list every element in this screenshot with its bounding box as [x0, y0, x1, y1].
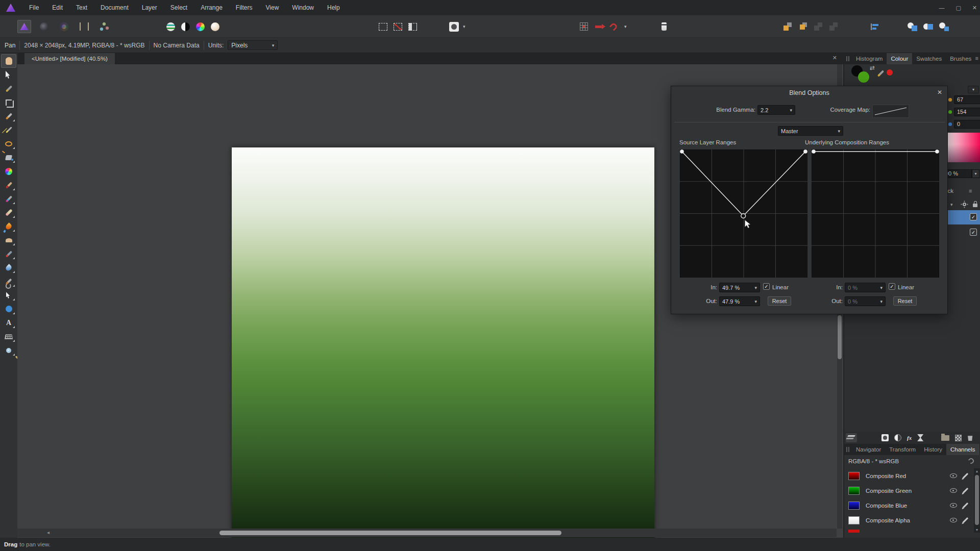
panel-menu-icon[interactable]: ≡	[975, 55, 978, 61]
underlying-ranges-curve[interactable]	[812, 149, 939, 278]
quick-mask-caret-icon[interactable]: ▾	[463, 24, 465, 29]
quick-mask-icon[interactable]	[449, 22, 459, 32]
units-select[interactable]: Pixels ▾	[228, 40, 278, 50]
new-layer-icon[interactable]	[955, 435, 962, 441]
selection-brush-tool[interactable]	[1, 109, 16, 123]
source-linear-checkbox[interactable]: ✓	[763, 283, 770, 290]
paint-brush-tool[interactable]	[1, 178, 16, 192]
snapping-caret-icon[interactable]: ▾	[624, 24, 627, 29]
invert-selection-icon[interactable]	[408, 23, 417, 31]
menu-filters[interactable]: Filters	[229, 0, 259, 15]
underlying-reset-button[interactable]: Reset	[893, 296, 917, 306]
pencil-icon[interactable]	[963, 503, 968, 508]
source-ranges-curve[interactable]	[680, 149, 807, 278]
tab-brushes[interactable]: Brushes	[946, 53, 975, 64]
geometry-subtract-icon[interactable]	[923, 22, 933, 31]
assistant-icon[interactable]	[662, 22, 667, 31]
channel-slider-2-value[interactable]: 154	[954, 108, 980, 116]
channel-slider-1-value[interactable]: 67	[954, 95, 980, 104]
layer-visibility-checkbox[interactable]: ✓	[970, 213, 977, 220]
pencil-icon[interactable]	[963, 473, 968, 479]
canvas-image[interactable]	[232, 147, 654, 551]
ellipse-tool[interactable]	[1, 302, 16, 316]
move-tool[interactable]	[1, 68, 16, 82]
channel-row[interactable]: Composite Green	[844, 483, 973, 498]
snapping-magnet-icon[interactable]	[609, 22, 619, 31]
scroll-up-icon[interactable]: ▲	[974, 469, 979, 473]
healing-brush-tool[interactable]	[1, 274, 16, 288]
coverage-map-graph[interactable]	[872, 105, 909, 118]
tab-channels[interactable]: Channels	[946, 444, 979, 455]
folder-icon[interactable]	[941, 435, 949, 441]
window-maximize-icon[interactable]: ▢	[955, 5, 961, 11]
horizontal-scrollbar-thumb[interactable]	[219, 531, 561, 535]
lock-icon[interactable]	[973, 204, 977, 207]
menu-arrange[interactable]: Arrange	[194, 0, 229, 15]
live-filter-icon[interactable]: fx	[907, 435, 912, 441]
blend-ranges-icon[interactable]	[917, 434, 923, 441]
tab-histogram[interactable]: Histogram	[852, 53, 887, 64]
mask-icon[interactable]	[894, 434, 901, 441]
channel-row[interactable]: Composite Red	[844, 468, 973, 483]
layers-icon[interactable]	[846, 433, 857, 442]
geometry-intersect-icon[interactable]	[939, 22, 949, 31]
eye-icon[interactable]	[950, 473, 957, 478]
move-forward-icon[interactable]	[798, 22, 807, 31]
tab-history[interactable]: History	[920, 444, 946, 455]
tab-close-icon[interactable]: ✕	[832, 55, 837, 61]
pencil-icon[interactable]	[963, 517, 968, 523]
flood-select-tool[interactable]	[1, 123, 16, 137]
swap-colours-icon[interactable]: ⇄	[870, 64, 875, 71]
colour-panel-dropdown[interactable]: ▾	[968, 86, 979, 93]
export-persona-button[interactable]	[97, 20, 111, 33]
recent-colour-swatch[interactable]	[887, 69, 893, 76]
window-close-icon[interactable]: ✕	[972, 5, 977, 11]
tone-mapping-persona-button[interactable]	[77, 20, 91, 33]
layer-opacity-caret-icon[interactable]: ▾	[972, 169, 979, 178]
colour-replacement-brush-tool[interactable]	[1, 192, 16, 206]
menu-document[interactable]: Document	[94, 0, 135, 15]
node-tool[interactable]	[1, 288, 16, 302]
tab-colour[interactable]: Colour	[887, 53, 912, 64]
mesh-warp-tool[interactable]	[1, 330, 16, 343]
channel-slider-3-value[interactable]: 0	[954, 120, 980, 129]
window-minimize-icon[interactable]: —	[939, 5, 944, 11]
source-out-select[interactable]: 47.9 % ▾	[719, 296, 760, 306]
menu-view[interactable]: View	[259, 0, 286, 15]
auto-levels-icon[interactable]	[166, 22, 175, 31]
channel-slider-2-handle-icon[interactable]	[948, 110, 952, 114]
text-tool[interactable]: A	[1, 316, 16, 330]
underlying-in-select[interactable]: 0 % ▾	[845, 283, 886, 292]
delete-icon[interactable]	[967, 435, 973, 441]
horizontal-scrollbar[interactable]: ◂	[17, 529, 837, 537]
menu-help[interactable]: Help	[321, 0, 347, 15]
flood-fill-tool[interactable]	[1, 151, 16, 164]
erase-brush-tool[interactable]	[1, 206, 16, 219]
view-tool[interactable]	[1, 54, 16, 68]
liquify-persona-button[interactable]	[37, 20, 51, 33]
tab-navigator[interactable]: Navigator	[852, 444, 885, 455]
tab-swatches[interactable]: Swatches	[912, 53, 946, 64]
layer-options-caret-icon[interactable]: ▾	[950, 202, 953, 207]
channel-slider-3-handle-icon[interactable]	[948, 122, 952, 126]
foreground-colour-swatch[interactable]	[858, 71, 869, 83]
colour-picker-tool[interactable]	[1, 82, 16, 95]
select-all-icon[interactable]	[379, 23, 387, 31]
blur-brush-tool[interactable]	[1, 261, 16, 274]
tab-transform[interactable]: Transform	[885, 444, 920, 455]
channel-select[interactable]: Master ▾	[778, 126, 843, 136]
underlying-out-select[interactable]: 0 % ▾	[845, 296, 886, 306]
source-reset-button[interactable]: Reset	[768, 296, 791, 306]
menu-edit[interactable]: Edit	[45, 0, 69, 15]
eye-icon[interactable]	[950, 488, 957, 493]
zoom-tool[interactable]	[1, 343, 16, 357]
underlying-linear-checkbox[interactable]: ✓	[889, 283, 895, 290]
menu-text[interactable]: Text	[69, 0, 94, 15]
gradient-tool[interactable]	[1, 164, 16, 178]
develop-persona-button[interactable]	[57, 20, 71, 33]
snapping-presets-icon[interactable]	[595, 26, 602, 28]
geometry-add-icon[interactable]	[908, 22, 917, 31]
adjustment-icon[interactable]	[881, 434, 889, 441]
layer-visibility-checkbox[interactable]: ✓	[970, 229, 977, 236]
channels-scrollbar-thumb[interactable]	[975, 475, 979, 525]
